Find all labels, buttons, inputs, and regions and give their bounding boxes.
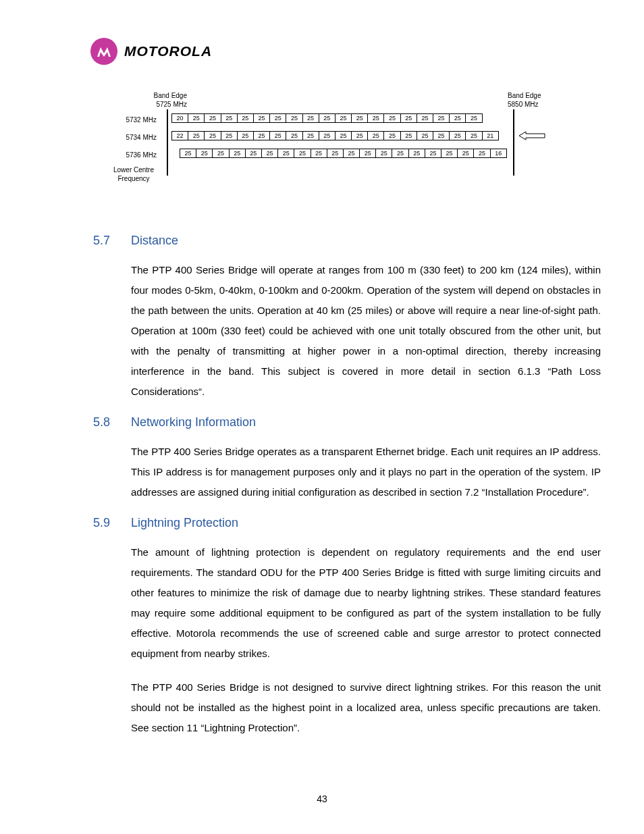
table-cell: 25	[465, 131, 482, 140]
table-cell: 25	[188, 131, 205, 140]
section-heading-distance: 5.7 Distance	[43, 234, 601, 248]
table-cell: 25	[245, 149, 262, 158]
table-cell: 25	[449, 113, 466, 123]
table-cell: 25	[367, 131, 384, 140]
table-cell: 25	[457, 149, 474, 158]
table-cell: 25	[269, 113, 286, 123]
band-edge-right-label: Band Edge 5850 MHz	[508, 92, 555, 109]
table-cell: 25	[302, 131, 319, 140]
table-cell: 25	[343, 149, 360, 158]
table-row: 20252525252525252525252525252525252525	[172, 113, 483, 123]
table-cell: 25	[465, 113, 482, 123]
table-cell: 21	[482, 131, 499, 140]
table-cell: 25	[261, 149, 278, 158]
row-label: 5734 MHz	[109, 134, 157, 141]
band-edge-left-line	[167, 109, 168, 176]
table-cell: 25	[221, 113, 238, 123]
motorola-logo-icon	[90, 38, 117, 65]
table-cell: 25	[383, 113, 400, 123]
table-cell: 25	[383, 131, 400, 140]
table-cell: 25	[188, 113, 205, 123]
table-cell: 25	[319, 131, 336, 140]
table-cell: 25	[327, 149, 344, 158]
table-cell: 25	[311, 149, 327, 158]
table-cell: 25	[319, 113, 336, 123]
section-title: Networking Information	[131, 415, 256, 429]
table-cell: 25	[286, 131, 302, 140]
table-cell: 25	[204, 113, 221, 123]
table-cell: 25	[253, 131, 270, 140]
section-body: The PTP 400 Series Bridge operates as a …	[131, 442, 601, 502]
table-cell: 25	[473, 149, 490, 158]
table-cell: 25	[392, 149, 408, 158]
table-cell: 25	[237, 113, 254, 123]
table-cell: 25	[433, 131, 450, 140]
brand-wordmark: MOTOROLA	[124, 43, 212, 59]
arrow-left-icon	[519, 131, 546, 140]
band-edge-right-line	[513, 109, 514, 176]
table-cell: 25	[408, 149, 425, 158]
table-cell: 25	[351, 131, 368, 140]
table-cell: 25	[359, 149, 376, 158]
table-cell: 25	[196, 149, 213, 158]
table-cell: 25	[294, 149, 311, 158]
table-cell: 25	[286, 113, 302, 123]
table-cell: 25	[367, 113, 384, 123]
section-number: 5.7	[90, 234, 131, 248]
table-cell: 25	[335, 131, 352, 140]
section-body: The PTP 400 Series Bridge will operate a…	[131, 260, 601, 402]
section-heading-lightning: 5.9 Lightning Protection	[43, 516, 601, 530]
table-cell: 25	[425, 149, 441, 158]
row-label: 5736 MHz	[109, 151, 157, 159]
section-body: The amount of lightning protection is de…	[131, 542, 601, 664]
section-title: Lightning Protection	[131, 516, 238, 530]
table-cell: 20	[171, 113, 188, 123]
table-cell: 16	[490, 149, 507, 158]
table-cell: 25	[269, 131, 286, 140]
section-number: 5.9	[90, 516, 131, 530]
table-row: 2525252525252525252525252525252525252516	[180, 149, 507, 158]
table-cell: 25	[204, 131, 221, 140]
table-cell: 25	[212, 149, 229, 158]
table-cell: 25	[277, 149, 294, 158]
table-cell: 25	[237, 131, 254, 140]
table-cell: 25	[400, 131, 417, 140]
section-number: 5.8	[90, 415, 131, 429]
section-heading-networking: 5.8 Networking Information	[43, 415, 601, 429]
lower-centre-frequency-label: Lower Centre Frequency	[107, 166, 161, 183]
frequency-chart: Band Edge 5725 MHz Band Edge 5850 MHz 57…	[103, 92, 541, 193]
table-cell: 25	[400, 113, 417, 123]
table-cell: 25	[417, 113, 433, 123]
table-row: 2225252525252525252525252525252525252521	[172, 131, 499, 140]
table-cell: 25	[417, 131, 433, 140]
table-cell: 25	[375, 149, 392, 158]
section-title: Distance	[131, 234, 178, 248]
table-cell: 25	[433, 113, 450, 123]
section-body: The PTP 400 Series Bridge is not designe…	[131, 677, 601, 738]
brand-header: MOTOROLA	[90, 38, 601, 65]
table-cell: 25	[351, 113, 368, 123]
table-cell: 25	[335, 113, 352, 123]
table-cell: 22	[171, 131, 188, 140]
row-label: 5732 MHz	[109, 116, 157, 124]
table-cell: 25	[302, 113, 319, 123]
page-number: 43	[0, 793, 644, 804]
table-cell: 25	[253, 113, 270, 123]
table-cell: 25	[221, 131, 238, 140]
band-edge-left-label: Band Edge 5725 MHz	[140, 92, 187, 109]
table-cell: 25	[229, 149, 246, 158]
table-cell: 25	[441, 149, 458, 158]
table-cell: 25	[449, 131, 466, 140]
table-cell: 25	[180, 149, 196, 158]
